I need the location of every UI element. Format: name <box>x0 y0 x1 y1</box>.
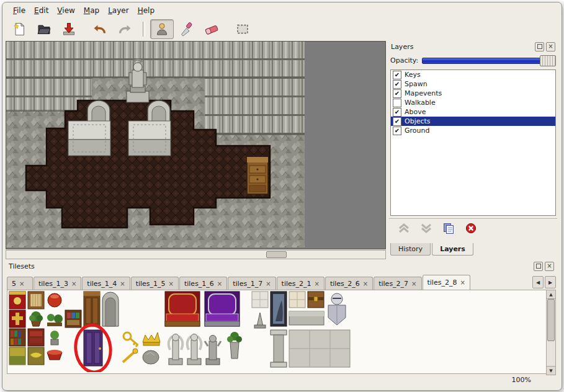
layer-row-walkable[interactable]: Walkable <box>391 98 555 107</box>
tileset-tab-5[interactable]: 5 × <box>7 277 33 290</box>
tab-close-icon[interactable]: × <box>266 280 271 287</box>
tile-red-banner-2 <box>9 310 25 327</box>
save-button[interactable] <box>57 19 81 39</box>
map-canvas[interactable] <box>6 42 305 247</box>
float-panel-button[interactable] <box>534 262 543 271</box>
tileset-content[interactable] <box>7 290 547 374</box>
layer-checkbox[interactable]: ✔ <box>393 89 401 98</box>
layer-checkbox[interactable]: ✔ <box>393 71 401 79</box>
lower-layer-button[interactable] <box>419 222 434 234</box>
layer-checkbox[interactable] <box>393 99 401 107</box>
close-panel-button[interactable]: × <box>546 42 555 51</box>
layer-checkbox[interactable]: ✔ <box>393 108 401 117</box>
menu-layer[interactable]: Layer <box>104 5 133 16</box>
event-tool-button[interactable] <box>150 19 174 39</box>
select-tool-button[interactable] <box>231 19 254 39</box>
map-horizontal-scrollbar[interactable] <box>6 250 386 259</box>
tab-close-icon[interactable]: × <box>314 280 319 287</box>
menu-file[interactable]: File <box>9 5 30 16</box>
tileset-tab-tiles_1_5[interactable]: tiles_1_5 × <box>131 277 179 290</box>
tile-rock <box>143 350 159 364</box>
tab-history[interactable]: History <box>390 243 431 256</box>
scrollbar-thumb[interactable] <box>266 251 287 258</box>
redo-button[interactable] <box>113 19 137 39</box>
float-panel-button[interactable] <box>535 42 544 51</box>
tabs-scroll-left-button[interactable]: ◀ <box>532 276 544 288</box>
tab-close-icon[interactable]: × <box>217 280 222 287</box>
close-panel-button[interactable]: × <box>545 262 554 271</box>
raise-layer-button[interactable] <box>396 222 411 234</box>
undo-button[interactable] <box>88 19 112 39</box>
tab-close-icon[interactable]: × <box>169 280 174 287</box>
opacity-slider-track[interactable] <box>422 58 556 64</box>
tileset-tab-tiles_1_4[interactable]: tiles_1_4 × <box>82 277 130 290</box>
chevron-up-icon <box>397 223 411 234</box>
tileset-tab-tiles_1_7[interactable]: tiles_1_7 × <box>228 277 275 290</box>
scroll-down-button[interactable]: ▼ <box>547 366 555 375</box>
redo-arrow-icon <box>117 22 132 37</box>
tab-close-icon[interactable]: × <box>411 280 416 287</box>
layer-checkbox[interactable]: ✔ <box>393 117 401 126</box>
tab-layers[interactable]: Layers <box>432 243 473 256</box>
menu-map[interactable]: Map <box>79 5 104 16</box>
tileset-tab-tiles_2_6[interactable]: tiles_2_6 × <box>325 277 373 290</box>
layers-panel: Layers × Opacity: ✔ Keys ✔ Spawn ✔ <box>388 41 558 256</box>
zoom-level: 100% <box>512 376 531 384</box>
map-viewport[interactable] <box>6 41 386 249</box>
tab-close-icon[interactable]: × <box>71 280 76 287</box>
tabs-scroll-right-button[interactable]: ▶ <box>545 276 556 288</box>
layer-row-keys[interactable]: ✔ Keys <box>391 70 555 79</box>
tile-bookshelf <box>9 329 25 346</box>
app-window: File Edit View Map Layer Help <box>2 2 562 391</box>
layers-panel-titlebar: Layers × <box>388 41 558 52</box>
tileset-tab-tiles_2_7[interactable]: tiles_2_7 × <box>374 277 421 290</box>
tile-gray-bench <box>289 311 324 325</box>
tab-close-icon[interactable]: × <box>120 280 125 287</box>
layer-checkbox[interactable]: ✔ <box>393 80 401 89</box>
open-button[interactable] <box>32 19 56 39</box>
tab-close-icon[interactable]: × <box>460 279 465 286</box>
tile-red-throne <box>165 292 200 326</box>
layer-label: Ground <box>405 127 429 135</box>
tileset-tab-tiles_2_1[interactable]: tiles_2_1 × <box>277 277 325 290</box>
tilesets-panel-title: Tilesets <box>9 262 35 270</box>
person-icon <box>154 22 169 37</box>
menu-edit[interactable]: Edit <box>30 5 53 16</box>
tab-close-icon[interactable]: × <box>363 280 368 287</box>
layer-row-ground[interactable]: ✔ Ground <box>391 126 555 135</box>
opacity-slider[interactable] <box>422 55 556 65</box>
scroll-up-button[interactable]: ▲ <box>547 290 555 299</box>
close-icon: × <box>548 43 553 50</box>
layer-checkbox[interactable]: ✔ <box>393 127 401 135</box>
duplicate-layer-button[interactable] <box>441 222 456 234</box>
tileset-tab-tiles_2_8[interactable]: tiles_2_8 × <box>423 275 470 290</box>
tileset-tab-tiles_1_3[interactable]: tiles_1_3 × <box>34 277 81 290</box>
statusbar: 100% <box>7 374 556 386</box>
opacity-slider-handle[interactable] <box>540 55 556 66</box>
tile-loom <box>28 292 44 309</box>
eraser-tool-button[interactable] <box>200 19 223 39</box>
brush-tool-button[interactable] <box>175 19 199 39</box>
tile-small-shelf <box>65 310 81 327</box>
menu-help[interactable]: Help <box>133 5 159 16</box>
tile-beige-boxes <box>289 292 305 308</box>
delete-icon <box>465 223 477 234</box>
tileset-vertical-scrollbar[interactable]: ▲ ▼ <box>546 290 556 375</box>
tileset-canvas[interactable] <box>7 290 545 372</box>
new-file-icon <box>12 22 27 37</box>
tab-label: tiles_2_8 <box>427 278 457 287</box>
tileset-tab-tiles_1_6[interactable]: tiles_1_6 × <box>179 277 227 290</box>
undo-arrow-icon <box>92 22 107 37</box>
layer-list[interactable]: ✔ Keys ✔ Spawn ✔ Mapevents Walkable ✔ Ab… <box>390 69 556 216</box>
layer-row-spawn[interactable]: ✔ Spawn <box>391 79 555 89</box>
new-button[interactable] <box>7 19 31 39</box>
scrollbar-thumb[interactable] <box>547 299 555 341</box>
delete-layer-button[interactable] <box>463 222 478 234</box>
layer-row-objects[interactable]: ✔ Objects <box>391 117 555 126</box>
menu-view[interactable]: View <box>53 5 79 16</box>
tab-label: tiles_1_3 <box>38 280 68 288</box>
tile-purple-throne <box>205 292 239 326</box>
layer-row-above[interactable]: ✔ Above <box>391 107 555 117</box>
layer-row-mapevents[interactable]: ✔ Mapevents <box>391 89 555 98</box>
tab-close-icon[interactable]: × <box>19 280 24 287</box>
